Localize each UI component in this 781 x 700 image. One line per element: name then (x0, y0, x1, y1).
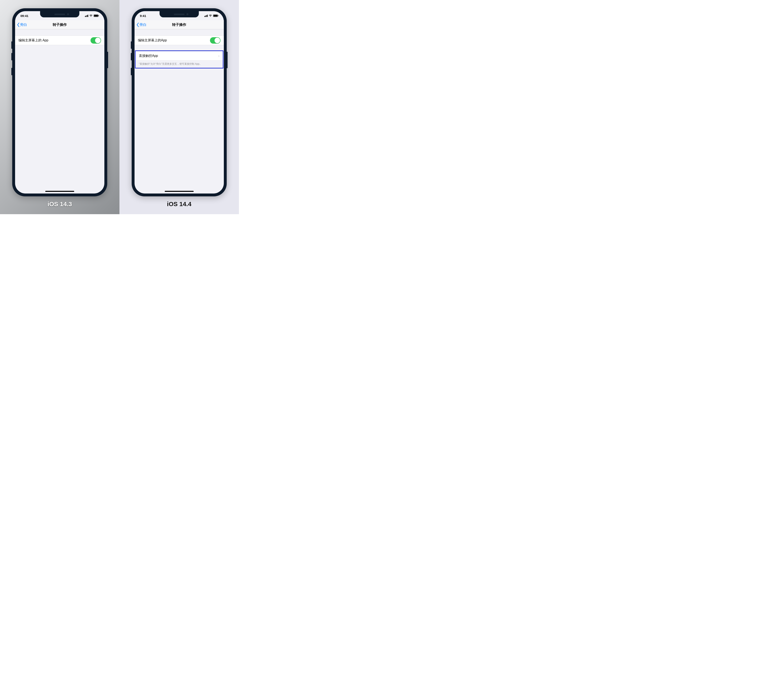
row-footnote: “直接触控”允许“旁白”无需更多交互，便可直接控制 App。 (136, 60, 223, 68)
toggle-switch[interactable] (210, 37, 220, 43)
panel-ios-14-3: 09:41 旁白 转子操作 编辑主屏幕上的 App (0, 0, 120, 214)
caption: iOS 14.3 (48, 200, 72, 208)
caption: iOS 14.4 (167, 200, 192, 208)
status-time: 09:41 (20, 14, 28, 18)
row-label: 编辑主屏幕上的 App (18, 38, 48, 43)
notch (160, 11, 199, 17)
back-button[interactable]: 旁白 (15, 22, 27, 27)
cellular-signal-icon (85, 15, 88, 17)
wifi-icon (89, 15, 93, 17)
row-edit-home-apps[interactable]: 编辑主屏幕上的App (135, 35, 224, 45)
toggle-switch[interactable] (90, 37, 101, 43)
highlight-new-feature: 直接触控App › “直接触控”允许“旁白”无需更多交互，便可直接控制 App。 (135, 50, 223, 68)
chevron-left-icon (136, 23, 139, 27)
screen: 9:41 旁白 转子操作 编辑主屏幕上的App (135, 11, 224, 193)
status-time: 9:41 (140, 14, 146, 18)
battery-icon (213, 15, 218, 17)
svg-rect-4 (213, 15, 217, 17)
row-edit-home-apps[interactable]: 编辑主屏幕上的 App (15, 35, 104, 45)
screen: 09:41 旁白 转子操作 编辑主屏幕上的 App (15, 11, 104, 193)
wifi-icon (209, 15, 212, 17)
cellular-signal-icon (205, 15, 208, 17)
content-area[interactable]: 编辑主屏幕上的 App (15, 29, 104, 193)
home-indicator[interactable] (45, 191, 74, 192)
battery-icon (93, 15, 99, 17)
navigation-bar: 旁白 转子操作 (135, 20, 224, 29)
back-label: 旁白 (140, 22, 147, 27)
content-area[interactable]: 编辑主屏幕上的App 直接触控App › “直接触控”允许“旁白”无需更多交互，… (135, 29, 224, 193)
phone-frame: 9:41 旁白 转子操作 编辑主屏幕上的App (132, 8, 227, 197)
row-label: 直接触控App (139, 54, 158, 58)
home-indicator[interactable] (165, 191, 194, 192)
chevron-right-icon: › (218, 54, 220, 58)
back-label: 旁白 (20, 22, 27, 27)
back-button[interactable]: 旁白 (135, 22, 147, 27)
navigation-bar: 旁白 转子操作 (15, 20, 104, 29)
row-direct-touch-app[interactable]: 直接触控App › (136, 51, 223, 60)
panel-ios-14-4: 9:41 旁白 转子操作 编辑主屏幕上的App (120, 0, 239, 214)
svg-rect-5 (218, 15, 218, 16)
notch (40, 11, 79, 17)
phone-frame: 09:41 旁白 转子操作 编辑主屏幕上的 App (12, 8, 107, 197)
svg-rect-1 (94, 15, 98, 17)
page-title: 转子操作 (15, 22, 104, 27)
row-label: 编辑主屏幕上的App (138, 38, 167, 43)
svg-rect-2 (98, 15, 99, 16)
chevron-left-icon (17, 23, 20, 27)
page-title: 转子操作 (135, 22, 224, 27)
